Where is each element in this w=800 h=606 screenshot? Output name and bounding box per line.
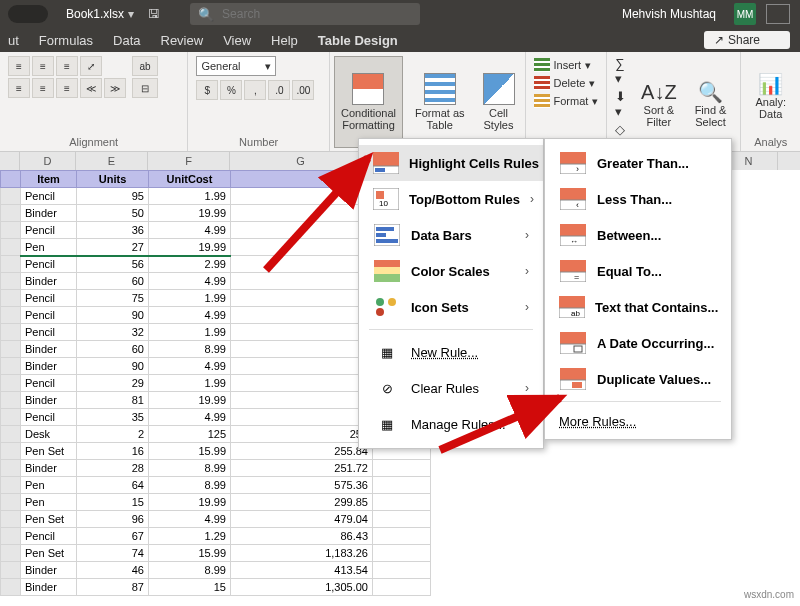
cell-unitcost[interactable]: 1.99 <box>149 188 231 205</box>
align-right-icon[interactable]: ≡ <box>56 78 78 98</box>
save-icon[interactable]: 🖫 <box>148 7 160 21</box>
cell-units[interactable]: 15 <box>77 494 149 511</box>
row-header[interactable] <box>1 545 21 562</box>
submenu-greater-than[interactable]: › Greater Than... <box>545 145 731 181</box>
cell-units[interactable]: 50 <box>77 205 149 222</box>
cell-units[interactable]: 32 <box>77 324 149 341</box>
cell-item[interactable]: Binder <box>21 341 77 358</box>
cell-unitcost[interactable]: 2.99 <box>149 256 231 273</box>
cell-unitcost[interactable]: 19.99 <box>149 494 231 511</box>
row-header[interactable] <box>1 205 21 222</box>
menu-top-bottom-rules[interactable]: 10 Top/Bottom Rules› <box>359 181 543 217</box>
cell-g[interactable] <box>231 256 373 273</box>
cell-unitcost[interactable]: 8.99 <box>149 341 231 358</box>
cell-units[interactable]: 35 <box>77 409 149 426</box>
row-header[interactable] <box>1 392 21 409</box>
row-header[interactable] <box>1 494 21 511</box>
indent-inc-icon[interactable]: ≫ <box>104 78 126 98</box>
cell-item[interactable]: Pencil <box>21 256 77 273</box>
cell-item[interactable]: Binder <box>21 273 77 290</box>
cell-units[interactable]: 29 <box>77 375 149 392</box>
cell-unitcost[interactable]: 1.99 <box>149 290 231 307</box>
cell-units[interactable]: 60 <box>77 273 149 290</box>
header-units[interactable]: Units <box>77 171 149 188</box>
cell-g[interactable] <box>231 341 373 358</box>
user-name[interactable]: Mehvish Mushtaq <box>622 7 716 21</box>
format-as-table-button[interactable]: Format as Table <box>409 56 471 148</box>
cell-unitcost[interactable]: 19.99 <box>149 205 231 222</box>
cell-g[interactable] <box>231 188 373 205</box>
col-header-g[interactable]: G <box>230 152 372 170</box>
autosave-toggle[interactable] <box>8 5 48 23</box>
cell-item[interactable]: Binder <box>21 562 77 579</box>
row-header[interactable] <box>1 256 21 273</box>
row-header[interactable] <box>1 443 21 460</box>
indent-dec-icon[interactable]: ≪ <box>80 78 102 98</box>
submenu-less-than[interactable]: ‹ Less Than... <box>545 181 731 217</box>
submenu-text-contains[interactable]: ab Text that Contains... <box>545 289 731 325</box>
cell-item[interactable]: Pen Set <box>21 443 77 460</box>
cell-item[interactable]: Pencil <box>21 222 77 239</box>
row-header[interactable] <box>1 579 21 596</box>
accounting-icon[interactable]: $ <box>196 80 218 100</box>
header-unitcost[interactable]: UnitCost <box>149 171 231 188</box>
cell-unitcost[interactable]: 19.99 <box>149 239 231 256</box>
row-header[interactable] <box>1 426 21 443</box>
cell-unitcost[interactable]: 15.99 <box>149 443 231 460</box>
cell-item[interactable]: Desk <box>21 426 77 443</box>
cell-g[interactable]: 299.85 <box>231 494 373 511</box>
align-left-icon[interactable]: ≡ <box>8 78 30 98</box>
tab-data[interactable]: Data <box>113 33 140 48</box>
share-button[interactable]: ↗ Share <box>704 31 790 49</box>
cell-unitcost[interactable]: 15 <box>149 579 231 596</box>
cell-unitcost[interactable]: 8.99 <box>149 460 231 477</box>
cell-units[interactable]: 64 <box>77 477 149 494</box>
cell-units[interactable]: 16 <box>77 443 149 460</box>
cell-unitcost[interactable]: 1.99 <box>149 324 231 341</box>
row-header[interactable] <box>1 188 21 205</box>
cell-g[interactable] <box>231 222 373 239</box>
cell-item[interactable]: Pencil <box>21 324 77 341</box>
submenu-between[interactable]: ↔ Between... <box>545 217 731 253</box>
analyze-data-button[interactable]: 📊 Analy: Data <box>749 56 792 136</box>
cell-units[interactable]: 96 <box>77 511 149 528</box>
avatar[interactable]: MM <box>734 3 756 25</box>
cell-g[interactable]: 250 <box>231 426 373 443</box>
cell-item[interactable]: Pencil <box>21 188 77 205</box>
col-header-e[interactable]: E <box>76 152 148 170</box>
cell-units[interactable]: 60 <box>77 341 149 358</box>
tab-formulas[interactable]: Formulas <box>39 33 93 48</box>
row-header[interactable] <box>1 239 21 256</box>
col-header-f[interactable]: F <box>148 152 230 170</box>
cell-item[interactable]: Binder <box>21 392 77 409</box>
cell-item[interactable]: Pencil <box>21 409 77 426</box>
cell-units[interactable]: 74 <box>77 545 149 562</box>
cell-unitcost[interactable]: 4.99 <box>149 307 231 324</box>
menu-highlight-cells-rules[interactable]: Highlight Cells Rules› <box>359 145 543 181</box>
submenu-equal-to[interactable]: = Equal To... <box>545 253 731 289</box>
format-cells-button[interactable]: Format ▾ <box>534 92 599 110</box>
row-header[interactable] <box>1 290 21 307</box>
cell-item[interactable]: Pen Set <box>21 545 77 562</box>
menu-color-scales[interactable]: Color Scales› <box>359 253 543 289</box>
row-header[interactable] <box>1 307 21 324</box>
submenu-more-rules[interactable]: More Rules... <box>545 406 731 433</box>
tab-table-design[interactable]: Table Design <box>318 33 398 48</box>
align-center-icon[interactable]: ≡ <box>32 78 54 98</box>
tab-review[interactable]: Review <box>161 33 204 48</box>
cell-unitcost[interactable]: 4.99 <box>149 511 231 528</box>
cell-g[interactable] <box>231 307 373 324</box>
cell-units[interactable]: 28 <box>77 460 149 477</box>
align-bottom-icon[interactable]: ≡ <box>56 56 78 76</box>
cell-units[interactable]: 90 <box>77 307 149 324</box>
cell-units[interactable]: 95 <box>77 188 149 205</box>
number-format-combo[interactable]: General▾ <box>196 56 276 76</box>
col-header-d[interactable]: D <box>20 152 76 170</box>
row-header[interactable] <box>1 324 21 341</box>
row-header[interactable] <box>1 477 21 494</box>
row-header[interactable] <box>1 528 21 545</box>
menu-manage-rules[interactable]: ▦ Manage Rules... <box>359 406 543 442</box>
cell-g[interactable] <box>231 409 373 426</box>
cell-item[interactable]: Binder <box>21 205 77 222</box>
orientation-icon[interactable]: ⤢ <box>80 56 102 76</box>
